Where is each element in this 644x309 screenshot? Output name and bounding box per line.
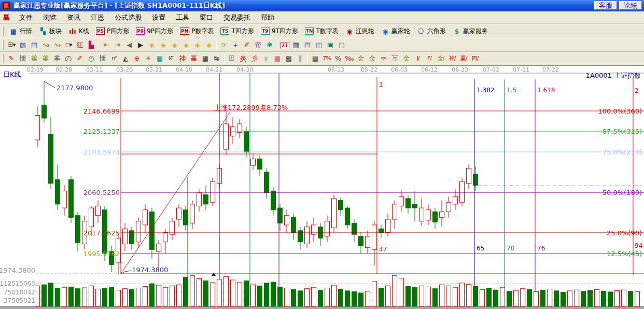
- shen-line-tool[interactable]: 神∕: [446, 53, 458, 64]
- network-button[interactable]: ▣: [325, 40, 336, 50]
- histogram-button[interactable]: ▙: [86, 40, 97, 50]
- p9-square-button[interactable]: P99P四方形: [133, 26, 176, 37]
- pct-tool[interactable]: %: [332, 53, 344, 64]
- menu-gann[interactable]: 江恩: [86, 12, 109, 23]
- menu-settings[interactable]: 设置: [147, 12, 171, 23]
- overlay-button[interactable]: ▧: [17, 40, 29, 50]
- zoom-all-button[interactable]: ◈: [203, 40, 215, 50]
- pct7-tool[interactable]: 7%: [321, 53, 332, 64]
- menu-formula-stock-pick[interactable]: 公式选股: [109, 12, 147, 23]
- gold-circle-tool[interactable]: 金: [355, 53, 367, 64]
- dark-grid-tool[interactable]: ▩: [283, 53, 295, 64]
- spiral-tool[interactable]: の: [63, 53, 74, 64]
- zoom-h-button[interactable]: ◈: [169, 40, 180, 50]
- gann-frame-button[interactable]: 狂: [74, 40, 86, 50]
- v-tool[interactable]: ∨: [260, 53, 272, 64]
- pct-lines-tool[interactable]: ‰: [344, 53, 355, 64]
- menu-trade-order[interactable]: 交易委托: [218, 12, 256, 23]
- stats-tool[interactable]: ▤: [310, 53, 321, 64]
- angle-tool[interactable]: ◭: [120, 53, 131, 64]
- ma3-button[interactable]: ∿₃: [40, 40, 51, 50]
- candle-style-button[interactable]: ◻▾: [63, 40, 74, 50]
- menu-file[interactable]: 文件: [14, 12, 38, 23]
- grid123-tool[interactable]: ▦: [200, 53, 211, 64]
- t9-square-button[interactable]: T99T四方形: [258, 26, 301, 37]
- period-button[interactable]: 日▾: [6, 40, 17, 50]
- gold-ruler2-tool[interactable]: 釜: [40, 53, 51, 64]
- workstation-button[interactable]: ▢: [336, 40, 347, 50]
- p-number-button[interactable]: PNP数字表: [177, 26, 217, 37]
- candle-body: [305, 227, 310, 244]
- shen-tool[interactable]: 神: [177, 53, 188, 64]
- j-line-tool[interactable]: J∕: [412, 53, 424, 64]
- measure-button[interactable]: ✐: [241, 40, 253, 50]
- zoom-v-button[interactable]: ◈: [180, 40, 192, 50]
- ruler-tool[interactable]: 卌: [97, 53, 108, 64]
- sector-button[interactable]: ▚板块: [36, 26, 65, 37]
- gann-wheel-button[interactable]: ◉江恩轮: [342, 26, 377, 37]
- support-button[interactable]: 客服: [594, 1, 617, 10]
- crosshair-button[interactable]: ＋: [230, 40, 241, 50]
- menu-tools[interactable]: 工具: [171, 12, 194, 23]
- winner-service-button[interactable]: $赢家服务: [450, 26, 491, 37]
- winner-wheel-button[interactable]: ◉赢家轮: [378, 26, 413, 37]
- box-tool[interactable]: 田: [226, 53, 237, 64]
- pencil-tool[interactable]: ✎: [6, 53, 17, 64]
- market-button[interactable]: ▦行情: [6, 26, 35, 37]
- ying-line-tool[interactable]: 赢∕: [458, 53, 469, 64]
- si-line-tool[interactable]: 四∕: [469, 53, 481, 64]
- kline-button[interactable]: ılıK线: [65, 26, 92, 37]
- circle-cross-tool[interactable]: ⊕: [131, 53, 143, 64]
- forum-button[interactable]: 论坛: [619, 1, 642, 10]
- zoom-left-button[interactable]: ◈: [146, 40, 158, 50]
- n2-tool[interactable]: n²: [108, 53, 120, 64]
- span-tool[interactable]: ↹: [211, 53, 222, 64]
- brush-tool[interactable]: ✑: [378, 53, 389, 64]
- info-button[interactable]: ▤: [29, 40, 40, 50]
- gold-ruler-tool[interactable]: 釜: [29, 53, 40, 64]
- calendar-button[interactable]: 21: [279, 40, 290, 50]
- menu-help[interactable]: 帮助: [256, 12, 279, 23]
- next-bar-button[interactable]: ▶: [135, 40, 146, 50]
- red-grid-tool[interactable]: ▦: [272, 53, 283, 64]
- fan-tool[interactable]: 炎: [237, 53, 249, 64]
- zoom-fit-button[interactable]: ◈: [192, 40, 203, 50]
- pencil2-tool[interactable]: ✐: [74, 53, 86, 64]
- rays-tool[interactable]: 彡: [249, 53, 260, 64]
- notes-button[interactable]: ▤: [302, 40, 313, 50]
- gold-lines-tool[interactable]: 金: [367, 53, 378, 64]
- grid-tool[interactable]: ▦: [154, 53, 165, 64]
- t-square-button[interactable]: TST四方形: [217, 26, 257, 37]
- parallel-tool[interactable]: ∥: [295, 53, 306, 64]
- fib-ruler-tool[interactable]: 芈: [51, 53, 63, 64]
- chart-canvas[interactable]: 日K线1A0001 上证指数2177.9800上涨172.2899点8.73%2…: [0, 66, 644, 309]
- menu-news[interactable]: 资讯: [62, 12, 86, 23]
- volume-bar: [278, 287, 283, 306]
- gann-ruler-tool[interactable]: 卌: [17, 53, 29, 64]
- last-bar-button[interactable]: ⇥: [112, 40, 123, 50]
- first-bar-button[interactable]: ⇤: [101, 40, 112, 50]
- menu-window[interactable]: 窗口: [194, 12, 218, 23]
- gold-line-tool[interactable]: 金∕: [435, 53, 446, 64]
- hu-tool[interactable]: 互: [389, 53, 401, 64]
- hand-tool-button[interactable]: ☞: [218, 40, 230, 50]
- menu-browse[interactable]: 浏览: [38, 12, 62, 23]
- ying-tool[interactable]: 赢: [188, 53, 200, 64]
- hexagon-button[interactable]: ⎔六角形: [414, 26, 449, 37]
- smart-button[interactable]: ❃: [264, 40, 275, 50]
- zoom-right-button[interactable]: ◈: [158, 40, 169, 50]
- save-button[interactable]: ◫: [313, 40, 325, 50]
- prev-bar-button[interactable]: ◀: [123, 40, 135, 50]
- ma9-button[interactable]: ∿₉: [51, 40, 63, 50]
- star-tool[interactable]: ✳: [143, 53, 154, 64]
- f-line-tool[interactable]: F∕: [424, 53, 435, 64]
- calculator-button[interactable]: ▦: [290, 40, 302, 50]
- p-square-button[interactable]: PSP四方形: [93, 26, 132, 37]
- cycle-tool[interactable]: ◴: [86, 53, 97, 64]
- t-number-button[interactable]: TNT数字表: [302, 26, 342, 37]
- gann-hat-button[interactable]: 帘: [253, 40, 264, 50]
- date-tick-label: 05-22: [361, 66, 377, 73]
- gold-lines2-tool[interactable]: 金: [401, 53, 412, 64]
- k-notation-tool[interactable]: И″: [165, 53, 177, 64]
- chart-area[interactable]: 日K线1A0001 上证指数2177.9800上涨172.2899点8.73%2…: [0, 65, 644, 309]
